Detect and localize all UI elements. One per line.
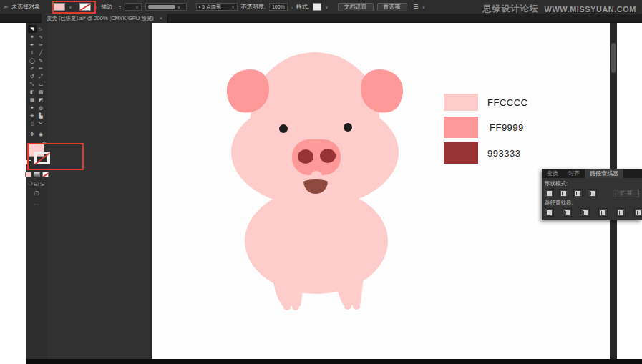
minus-front-icon[interactable] xyxy=(559,189,568,197)
scale-tool-icon[interactable]: ⤢ xyxy=(37,72,45,80)
pig-right-hoof-toe[interactable] xyxy=(353,302,360,310)
palette-label-ffcccc[interactable]: FFCCCC xyxy=(487,97,527,108)
tools-panel: ◥ ▷ ✶ ∿ ✒ ✑ T ╱ ◯ ✎ ✐ ✏ ↺ ⤢ ⤡ ▭ ◧ ▤ ▦ ◩ … xyxy=(26,23,47,359)
preferences-button[interactable]: 首选项 xyxy=(377,3,407,11)
width-tool-icon[interactable]: ⤡ xyxy=(28,80,37,88)
opacity-more-icon[interactable]: › xyxy=(291,5,293,9)
watermark: 思缘设计论坛 WWW.MISSYUAN.COM xyxy=(483,3,636,15)
annotation-box-toolbar-swatch xyxy=(27,143,84,170)
left-page-margin xyxy=(0,23,26,364)
edit-toolbar-dots-icon[interactable]: ⋯ xyxy=(34,202,39,207)
palette-label-ff9999[interactable]: FF9999 xyxy=(490,122,524,133)
stepper-down-icon[interactable]: ▾ xyxy=(119,7,121,10)
tab-close-icon[interactable]: × xyxy=(160,15,163,21)
pig-left-hoof-toe[interactable] xyxy=(292,303,299,310)
style-dropdown-icon[interactable]: ∨ xyxy=(325,4,328,9)
pig-right-eye[interactable] xyxy=(344,123,352,132)
watermark-site-url: WWW.MISSYUAN.COM xyxy=(545,5,636,14)
pig-left-hoof-toe[interactable] xyxy=(283,303,291,310)
paintbrush-tool-icon[interactable]: ✐ xyxy=(28,64,37,72)
pig-left-nostril[interactable] xyxy=(298,149,313,164)
curvature-tool-icon[interactable]: ✑ xyxy=(37,41,45,49)
ellipse-tool-icon[interactable]: ◯ xyxy=(28,56,37,64)
symbol-sprayer-tool-icon[interactable]: ❉ xyxy=(28,112,37,119)
palette-swatch-ff9999[interactable] xyxy=(444,117,478,138)
brush-definition-field[interactable]: • 5 点圆形 ∨ xyxy=(196,3,238,11)
tab-transform[interactable]: 变换 xyxy=(542,169,563,178)
slice-tool-icon[interactable]: ✂ xyxy=(37,119,45,127)
stroke-label: 描边 xyxy=(101,3,112,11)
palette-row: FFCCCC xyxy=(444,94,527,111)
shaper-tool-icon[interactable]: ✏ xyxy=(37,64,45,72)
merge-icon[interactable] xyxy=(580,208,590,217)
intersect-icon[interactable] xyxy=(573,189,583,197)
tab-pathfinder[interactable]: 路径查找器 xyxy=(585,169,623,178)
brush-dropdown-icon[interactable]: ∨ xyxy=(231,4,234,9)
rotate-tool-icon[interactable]: ↺ xyxy=(28,72,37,80)
palette-swatch-ffcccc[interactable] xyxy=(444,94,478,111)
color-button[interactable] xyxy=(25,172,31,177)
magic-wand-tool-icon[interactable]: ✶ xyxy=(28,33,37,41)
width-profile-preview xyxy=(148,5,175,9)
document-setup-button[interactable]: 文档设置 xyxy=(338,3,374,11)
selection-tool-icon[interactable]: ◥ xyxy=(28,25,37,33)
lasso-tool-icon[interactable]: ∿ xyxy=(37,33,45,41)
screen-mode-icon[interactable]: ▢ xyxy=(34,190,39,196)
stroke-weight-dropdown-icon[interactable]: ∨ xyxy=(135,4,138,9)
gradient-tool-icon[interactable]: ◩ xyxy=(37,96,45,104)
vertical-scrollbar-thumb[interactable] xyxy=(611,43,616,73)
trim-icon[interactable] xyxy=(563,208,572,217)
unite-icon[interactable] xyxy=(545,189,554,197)
exclude-icon[interactable] xyxy=(588,189,597,197)
pig-right-nostril[interactable] xyxy=(320,149,336,163)
pathfinder-panel-tabs: 变换 对齐 路径查找器 xyxy=(542,169,642,178)
mesh-tool-icon[interactable]: ▦ xyxy=(28,96,37,104)
width-profile-dropdown-icon[interactable]: ∨ xyxy=(177,4,180,9)
shape-modes-row: 扩 展 xyxy=(545,189,639,197)
free-transform-tool-icon[interactable]: ▭ xyxy=(37,80,45,88)
stroke-weight-stepper[interactable]: ▴ ▾ xyxy=(119,4,121,10)
pig-body-shape[interactable] xyxy=(245,188,388,294)
opacity-field[interactable]: 100% xyxy=(269,3,288,11)
document-tab[interactable]: 麦壳 [已恢复].ai* @ 200% (CMYK/GPU 预览) × xyxy=(42,14,168,23)
type-tool-icon[interactable]: T xyxy=(28,49,37,56)
color-type-buttons xyxy=(25,172,49,177)
perspective-grid-tool-icon[interactable]: ▤ xyxy=(37,88,45,96)
palette-label-993333[interactable]: 993333 xyxy=(487,148,520,159)
palette-swatch-993333[interactable] xyxy=(444,142,478,164)
pathfinders-row xyxy=(545,208,639,217)
hand-tool-icon[interactable]: ✥ xyxy=(28,130,37,138)
shape-builder-tool-icon[interactable]: ◧ xyxy=(28,88,37,96)
gradient-button[interactable] xyxy=(34,172,40,177)
overflow-chevron-icon[interactable]: ≫ xyxy=(3,4,8,10)
pencil-tool-icon[interactable]: ✎ xyxy=(37,56,45,64)
arrange-documents-dropdown-icon[interactable]: ∨ xyxy=(422,4,425,9)
palette-row: FF9999 xyxy=(444,117,524,138)
tab-align[interactable]: 对齐 xyxy=(563,169,585,178)
document-tab-title: 麦壳 [已恢复].ai* @ 200% (CMYK/GPU 预览) xyxy=(47,15,154,22)
arrange-documents-icon[interactable]: ☰ xyxy=(414,4,419,10)
crop-icon[interactable] xyxy=(598,208,608,217)
zoom-tool-icon[interactable]: ◉ xyxy=(37,130,45,138)
eyedropper-tool-icon[interactable]: ✦ xyxy=(28,104,37,112)
graph-tool-icon[interactable]: ▙ xyxy=(37,112,45,119)
style-swatch[interactable] xyxy=(313,3,321,11)
blend-tool-icon[interactable]: ◍ xyxy=(37,104,45,112)
line-tool-icon[interactable]: ╱ xyxy=(37,49,45,56)
pig-left-eye[interactable] xyxy=(279,124,288,133)
pathfinder-panel: 变换 对齐 路径查找器 形状模式: 扩 展 路径查找器: xyxy=(542,169,642,220)
divide-icon[interactable] xyxy=(545,208,554,217)
outline-icon[interactable] xyxy=(616,208,626,217)
none-button[interactable] xyxy=(42,172,49,177)
artboard-tool-icon[interactable]: ▯ xyxy=(28,119,37,127)
brush-definition-value: • 5 点圆形 xyxy=(199,4,221,11)
width-profile-field[interactable]: ∨ xyxy=(145,3,187,11)
drawing-modes[interactable]: ❍ ◱ ◲ xyxy=(28,181,44,187)
pig-right-hoof-toe[interactable] xyxy=(344,302,351,310)
stroke-weight-field[interactable]: ∨ xyxy=(125,3,142,11)
pen-tool-icon[interactable]: ✒ xyxy=(28,41,37,49)
annotation-box-fill-stroke-controls xyxy=(52,1,96,14)
expand-button[interactable]: 扩 展 xyxy=(613,190,639,197)
direct-selection-tool-icon[interactable]: ▷ xyxy=(37,25,45,33)
minus-back-icon[interactable] xyxy=(634,208,642,217)
